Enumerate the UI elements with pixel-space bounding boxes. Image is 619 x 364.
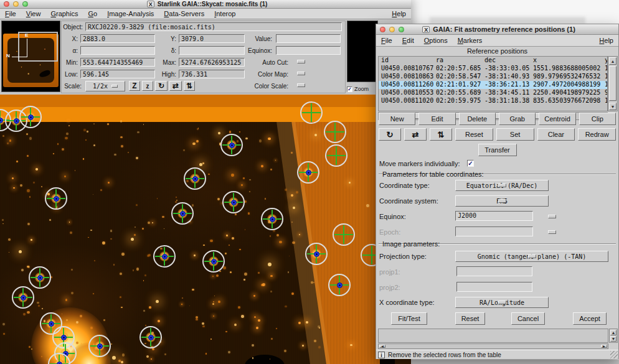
coordinate-system-label: Coordinate system: xyxy=(379,197,438,205)
marker-reference[interactable] xyxy=(325,144,347,167)
marker-reference-with-centroid[interactable] xyxy=(45,187,67,210)
marker-reference-with-centroid[interactable] xyxy=(184,167,206,190)
rotate-icon[interactable]: ↻ xyxy=(155,81,168,91)
epoch-menu-button[interactable] xyxy=(548,230,556,234)
menu-data-servers[interactable]: Data-Servers xyxy=(159,9,209,18)
scroll-down-icon[interactable]: ▼ xyxy=(610,336,617,342)
zoom-out-button[interactable]: z xyxy=(142,81,153,91)
pan-window[interactable]: E N xyxy=(1,21,60,92)
marker-reference-with-centroid[interactable] xyxy=(202,250,225,273)
marker-centroid-dot xyxy=(61,335,67,340)
projection-type-option[interactable]: Gnomic (tangent plane) (-TAN) xyxy=(455,251,608,262)
min-label: Min: xyxy=(62,59,78,66)
menu-image-analysis[interactable]: Image-Analysis xyxy=(102,9,159,18)
auto-cut-menu-button[interactable] xyxy=(297,60,305,63)
close-traffic-light[interactable] xyxy=(4,1,9,7)
x-coordinate-type-option[interactable]: RA/Longitude xyxy=(455,297,549,308)
menu-graphics[interactable]: Graphics xyxy=(45,9,83,18)
image-control-panel: Object: RXCJ0220.9-3829 (file:mosaic.fit… xyxy=(61,21,346,93)
marker-reference-with-centroid[interactable] xyxy=(153,245,176,268)
textarea-vertical-scrollbar[interactable]: ▲ ▼ xyxy=(609,329,618,343)
equinox-entry[interactable] xyxy=(276,46,341,55)
min-entry[interactable]: 553.644714355469 xyxy=(80,58,155,67)
high-entry[interactable]: 736.331 xyxy=(179,70,245,78)
scroll-right-icon[interactable]: ► xyxy=(601,345,607,348)
scroll-up-icon[interactable]: ▲ xyxy=(610,330,617,335)
max-entry[interactable]: 5274.67626953125 xyxy=(179,58,245,67)
coordinate-type-label: Coordinate type: xyxy=(379,182,430,189)
coordinate-system-option[interactable]: FK5 xyxy=(455,195,549,207)
compass-label-n: N xyxy=(6,53,10,58)
reset-action-button[interactable]: Reset xyxy=(455,312,485,325)
minimize-traffic-light[interactable] xyxy=(13,1,19,7)
menu-view[interactable]: View xyxy=(21,9,46,18)
marker-centroid-dot xyxy=(162,254,168,259)
marker-reference-with-centroid[interactable] xyxy=(29,266,51,289)
object-entry[interactable]: RXCJ0220.9-3829 (file:mosaic.fits) xyxy=(85,22,342,31)
menu-file[interactable]: File xyxy=(0,9,21,18)
equinox-label: Equinox: xyxy=(379,213,406,220)
epoch-entry[interactable] xyxy=(455,226,533,236)
equinox-menu-button[interactable] xyxy=(548,215,556,218)
flip-horizontal-icon[interactable]: ⇄ xyxy=(169,81,182,91)
resize-grip-icon[interactable] xyxy=(610,351,618,358)
x-entry[interactable]: 2883.0 xyxy=(80,34,155,43)
marker-reference-with-centroid[interactable] xyxy=(19,106,42,128)
image-canvas[interactable] xyxy=(0,95,381,364)
cancel-button[interactable]: Cancel xyxy=(511,312,545,325)
delta-entry[interactable] xyxy=(179,46,245,55)
scale-option-menu[interactable]: 1/2x xyxy=(85,81,125,91)
marker-centroid-dot xyxy=(306,170,311,175)
color-scale-menu-button[interactable] xyxy=(297,83,305,87)
zoom-traffic-light[interactable] xyxy=(22,1,28,7)
marker-reference-with-centroid[interactable] xyxy=(222,191,245,213)
marker-reference-with-centroid[interactable] xyxy=(139,326,162,348)
fit-test-button[interactable]: Fit/Test xyxy=(391,312,427,325)
marker-centroid-dot xyxy=(229,142,235,148)
projection-type-label: Projection type: xyxy=(379,253,427,260)
projp2-label: projp2: xyxy=(379,284,400,291)
move-markers-checkbox[interactable]: ✓ xyxy=(467,160,474,167)
marker-reference-with-centroid[interactable] xyxy=(328,274,351,296)
marker-reference-with-centroid[interactable] xyxy=(171,202,194,225)
marker-reference[interactable] xyxy=(333,223,355,246)
low-entry[interactable]: 596.145 xyxy=(80,70,155,78)
accept-button[interactable]: Accept xyxy=(573,312,607,325)
textarea-horizontal-scrollbar[interactable]: ◄ ► xyxy=(378,343,608,349)
menu-help[interactable]: Help xyxy=(387,9,411,18)
marker-reference[interactable] xyxy=(300,101,323,124)
message-textarea[interactable] xyxy=(378,329,608,343)
marker-reference-with-centroid[interactable] xyxy=(12,286,34,309)
y-entry[interactable]: 3079.0 xyxy=(179,34,245,43)
object-label: Object: xyxy=(62,24,83,30)
projp1-entry[interactable] xyxy=(456,266,532,276)
main-titlebar: X Starlink GAIA::Skycat: mosaic.fits (1) xyxy=(0,0,411,9)
auto-cut-label: Auto Cut: xyxy=(248,59,288,66)
marker-reference-with-centroid[interactable] xyxy=(48,353,70,364)
color-map-menu-button[interactable] xyxy=(297,72,305,75)
scroll-left-icon[interactable]: ◄ xyxy=(379,345,385,348)
menu-go[interactable]: Go xyxy=(83,9,102,18)
flip-vertical-icon[interactable]: ⇅ xyxy=(184,81,195,91)
marker-reference-with-centroid[interactable] xyxy=(261,208,283,230)
value-entry[interactable] xyxy=(276,34,341,43)
x11-icon: X xyxy=(147,1,154,7)
zoom-checkbox[interactable]: ✓ xyxy=(347,86,352,92)
marker-reference-with-centroid[interactable] xyxy=(305,243,328,265)
marker-centroid-dot xyxy=(270,217,275,222)
zoom-in-button[interactable]: Z xyxy=(129,81,140,91)
projp2-entry[interactable] xyxy=(456,282,532,292)
marker-centroid-dot xyxy=(0,118,3,123)
zoom-toggle[interactable]: ✓ Zoom xyxy=(347,85,378,93)
background-window-strip xyxy=(411,359,619,364)
menu-interop[interactable]: Interop xyxy=(209,9,240,18)
alpha-entry[interactable] xyxy=(80,46,155,55)
marker-reference[interactable] xyxy=(324,121,346,143)
marker-reference-with-centroid[interactable] xyxy=(88,335,111,357)
coordinate-type-option[interactable]: Equatorial (RA/Dec) xyxy=(455,180,549,191)
zoom-view-panel xyxy=(347,21,378,82)
equinox-entry[interactable]: J2000 xyxy=(455,211,533,221)
compass-arrow-e xyxy=(27,39,27,57)
marker-reference-with-centroid[interactable] xyxy=(297,161,319,184)
marker-reference-with-centroid[interactable] xyxy=(220,134,243,156)
